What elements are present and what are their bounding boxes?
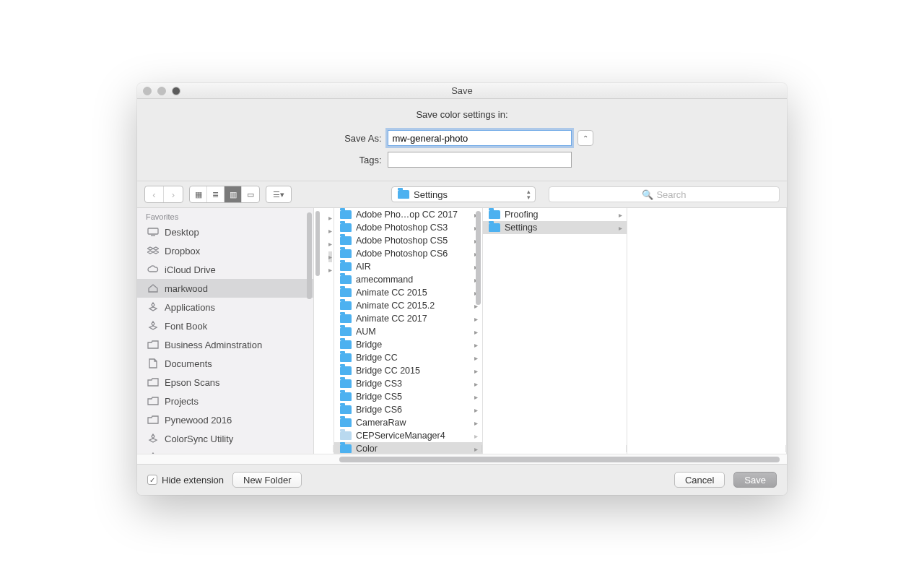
folder-label: AUM (356, 327, 376, 337)
sidebar-item-label: Documents (165, 358, 212, 369)
folder-label: Bridge CS5 (356, 392, 402, 402)
folder-icon (398, 190, 409, 199)
icon-view-button[interactable]: ▦ (190, 186, 207, 202)
folder-row[interactable]: Bridge▸ (334, 338, 482, 351)
sidebar-item[interactable]: Applications (137, 298, 313, 316)
save-as-input[interactable] (388, 130, 572, 146)
sidebar-item[interactable]: markwood (137, 279, 313, 298)
hide-extension-checkbox[interactable]: ✓ Hide extension (147, 475, 224, 486)
sidebar-item[interactable]: Documents (137, 354, 313, 373)
file-browser: Favorites DesktopDropboxiCloud Drivemark… (137, 208, 787, 454)
column-view-button[interactable]: ▥ (225, 186, 242, 202)
column-1-scrollbar[interactable] (315, 211, 320, 276)
folder-icon (340, 223, 352, 232)
chevron-right-icon: ▸ (619, 211, 622, 219)
folder-icon (340, 262, 352, 271)
column-resize-handle[interactable]: || (785, 444, 786, 452)
sidebar-item[interactable]: Font Book (137, 316, 313, 335)
updown-icon: ▴▾ (527, 189, 531, 200)
tags-input[interactable] (388, 152, 572, 168)
folder-label: Bridge CC 2015 (356, 366, 420, 376)
folder-icon (340, 340, 352, 349)
folder-label: Bridge CS6 (356, 405, 402, 415)
sidebar-item[interactable]: Epson Scans (137, 373, 313, 392)
sidebar-item-label: Pynewood 2016 (165, 415, 232, 426)
column-resize-handle[interactable]: || (481, 444, 482, 452)
chevron-right-icon: ▸ (474, 354, 478, 362)
header-subtitle: Save color settings in: (137, 109, 787, 120)
apps-icon (147, 321, 159, 331)
folder-row[interactable]: amecommand▸ (334, 273, 482, 286)
folder-icon (340, 210, 352, 219)
new-folder-button[interactable]: New Folder (232, 472, 302, 488)
folder-row[interactable]: Bridge CC▸ (334, 351, 482, 364)
folder-row[interactable]: Animate CC 2015.2▸ (334, 299, 482, 312)
sidebar-scrollbar[interactable] (307, 212, 312, 299)
folder-row[interactable]: Animate CC 2015▸ (334, 286, 482, 299)
folder-row[interactable]: Adobe Photoshop CS3▸ (334, 221, 482, 234)
chevron-right-icon: › (172, 189, 175, 200)
arrange-popup[interactable]: ☰▾ (266, 186, 292, 203)
folder-row[interactable]: Adobe Pho…op CC 2017▸ (334, 208, 482, 221)
browser-horizontal-scrollbar[interactable] (137, 454, 787, 464)
folder-row[interactable]: Settings▸ (483, 221, 627, 234)
sidebar-item[interactable]: DVD Player (137, 448, 313, 454)
sidebar-item[interactable]: Dropbox (137, 241, 313, 260)
folder-row[interactable]: CEPServiceManager4▸ (334, 429, 482, 442)
folder-icon (489, 223, 500, 232)
list-view-button[interactable]: ≣ (207, 186, 225, 202)
folder-label: Animate CC 2015 (356, 288, 427, 298)
sidebar-item-label: markwood (165, 283, 208, 294)
coverflow-view-button[interactable]: ▭ (242, 186, 259, 202)
folder-row[interactable]: Animate CC 2017▸ (334, 312, 482, 325)
folder-row[interactable]: AUM▸ (334, 325, 482, 338)
sidebar-item[interactable]: Projects (137, 392, 313, 410)
sidebar-item[interactable]: Business Adminstration (137, 335, 313, 354)
list-icon: ≣ (212, 190, 219, 199)
folder-row[interactable]: Bridge CS3▸ (334, 377, 482, 390)
column-resize-handle[interactable]: || (626, 444, 627, 452)
sidebar-item[interactable]: ColorSync Utility (137, 429, 313, 448)
folder-row[interactable]: Adobe Photoshop CS5▸ (334, 234, 482, 247)
cancel-button[interactable]: Cancel (674, 472, 725, 488)
save-dialog: Save Save color settings in: Save As: ⌃ … (137, 83, 787, 495)
forward-button[interactable]: › (164, 186, 183, 202)
column-2: Adobe Pho…op CC 2017▸Adobe Photoshop CS3… (334, 208, 483, 454)
chevron-right-icon: ▸ (474, 380, 478, 388)
toolbar: ‹ › ▦ ≣ ▥ ▭ ☰▾ Settings ▴▾ 🔍 Search (137, 181, 787, 208)
folder-row[interactable]: Bridge CS6▸ (334, 403, 482, 416)
folder-row[interactable]: Bridge CS5▸ (334, 390, 482, 403)
location-popup[interactable]: Settings ▴▾ (391, 186, 536, 202)
folder-icon (340, 236, 352, 245)
back-button[interactable]: ‹ (145, 186, 164, 202)
column-resize-handle[interactable]: || (333, 444, 334, 452)
folder-icon (340, 405, 352, 414)
folder-row[interactable]: CameraRaw▸ (334, 416, 482, 429)
sidebar-item[interactable]: Desktop (137, 223, 313, 241)
sidebar-item-label: Business Adminstration (165, 340, 262, 350)
column-3: Proofing▸Settings▸ || (483, 208, 627, 454)
sidebar-item[interactable]: iCloud Drive (137, 260, 313, 279)
collapse-toggle-button[interactable]: ⌃ (578, 130, 593, 146)
column-4: || (627, 208, 787, 454)
sidebar: Favorites DesktopDropboxiCloud Drivemark… (137, 208, 314, 454)
folder-row[interactable]: Adobe Photoshop CS6▸ (334, 247, 482, 260)
chevron-right-icon: ▸ (474, 393, 478, 401)
folder-icon (147, 377, 159, 387)
folder-label: Color (356, 444, 378, 454)
folder-row[interactable]: Bridge CC 2015▸ (334, 364, 482, 377)
search-field[interactable]: 🔍 Search (549, 186, 780, 202)
sidebar-header: Favorites (137, 208, 313, 223)
column-2-scrollbar[interactable] (476, 211, 481, 305)
sidebar-item[interactable]: Pynewood 2016 (137, 410, 313, 429)
folder-row[interactable]: Proofing▸ (483, 208, 627, 221)
view-mode-segmented[interactable]: ▦ ≣ ▥ ▭ (189, 186, 260, 203)
chevron-right-icon: ▸ (474, 406, 478, 414)
folder-label: CEPServiceManager4 (356, 431, 445, 441)
folder-icon (147, 415, 159, 425)
search-placeholder: Search (656, 189, 686, 200)
save-button[interactable]: Save (733, 472, 777, 488)
sidebar-item-label: Font Book (165, 321, 207, 332)
folder-row[interactable]: AIR▸ (334, 260, 482, 273)
folder-row[interactable]: Color▸ (334, 442, 482, 454)
